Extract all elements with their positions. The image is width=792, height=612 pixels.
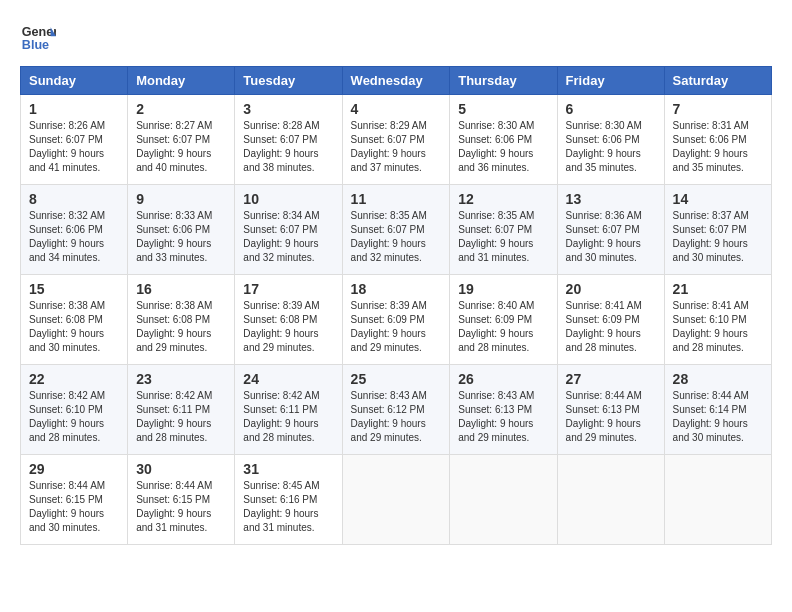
day-number: 27: [566, 371, 656, 387]
calendar-cell: 26 Sunrise: 8:43 AMSunset: 6:13 PMDaylig…: [450, 365, 557, 455]
day-info: Sunrise: 8:27 AMSunset: 6:07 PMDaylight:…: [136, 120, 212, 173]
day-info: Sunrise: 8:39 AMSunset: 6:08 PMDaylight:…: [243, 300, 319, 353]
day-number: 4: [351, 101, 442, 117]
day-number: 1: [29, 101, 119, 117]
day-info: Sunrise: 8:29 AMSunset: 6:07 PMDaylight:…: [351, 120, 427, 173]
day-number: 23: [136, 371, 226, 387]
logo: General Blue: [20, 20, 56, 56]
calendar-cell: 29 Sunrise: 8:44 AMSunset: 6:15 PMDaylig…: [21, 455, 128, 545]
column-header-monday: Monday: [128, 67, 235, 95]
calendar-cell: 1 Sunrise: 8:26 AMSunset: 6:07 PMDayligh…: [21, 95, 128, 185]
column-header-sunday: Sunday: [21, 67, 128, 95]
calendar-cell: [664, 455, 771, 545]
column-header-wednesday: Wednesday: [342, 67, 450, 95]
day-info: Sunrise: 8:45 AMSunset: 6:16 PMDaylight:…: [243, 480, 319, 533]
day-info: Sunrise: 8:44 AMSunset: 6:14 PMDaylight:…: [673, 390, 749, 443]
calendar-cell: 10 Sunrise: 8:34 AMSunset: 6:07 PMDaylig…: [235, 185, 342, 275]
calendar-week-2: 8 Sunrise: 8:32 AMSunset: 6:06 PMDayligh…: [21, 185, 772, 275]
day-info: Sunrise: 8:39 AMSunset: 6:09 PMDaylight:…: [351, 300, 427, 353]
day-number: 16: [136, 281, 226, 297]
calendar-cell: 5 Sunrise: 8:30 AMSunset: 6:06 PMDayligh…: [450, 95, 557, 185]
calendar-cell: 11 Sunrise: 8:35 AMSunset: 6:07 PMDaylig…: [342, 185, 450, 275]
day-info: Sunrise: 8:42 AMSunset: 6:11 PMDaylight:…: [243, 390, 319, 443]
day-number: 8: [29, 191, 119, 207]
day-number: 13: [566, 191, 656, 207]
day-info: Sunrise: 8:30 AMSunset: 6:06 PMDaylight:…: [566, 120, 642, 173]
calendar-cell: 23 Sunrise: 8:42 AMSunset: 6:11 PMDaylig…: [128, 365, 235, 455]
day-number: 28: [673, 371, 763, 387]
column-header-tuesday: Tuesday: [235, 67, 342, 95]
day-number: 5: [458, 101, 548, 117]
day-number: 21: [673, 281, 763, 297]
day-number: 17: [243, 281, 333, 297]
calendar-cell: 6 Sunrise: 8:30 AMSunset: 6:06 PMDayligh…: [557, 95, 664, 185]
day-info: Sunrise: 8:35 AMSunset: 6:07 PMDaylight:…: [351, 210, 427, 263]
day-info: Sunrise: 8:31 AMSunset: 6:06 PMDaylight:…: [673, 120, 749, 173]
day-info: Sunrise: 8:35 AMSunset: 6:07 PMDaylight:…: [458, 210, 534, 263]
calendar-cell: 3 Sunrise: 8:28 AMSunset: 6:07 PMDayligh…: [235, 95, 342, 185]
calendar-cell: 22 Sunrise: 8:42 AMSunset: 6:10 PMDaylig…: [21, 365, 128, 455]
calendar-cell: 7 Sunrise: 8:31 AMSunset: 6:06 PMDayligh…: [664, 95, 771, 185]
calendar-cell: 20 Sunrise: 8:41 AMSunset: 6:09 PMDaylig…: [557, 275, 664, 365]
logo-icon: General Blue: [20, 20, 56, 56]
calendar-cell: 19 Sunrise: 8:40 AMSunset: 6:09 PMDaylig…: [450, 275, 557, 365]
calendar-cell: 4 Sunrise: 8:29 AMSunset: 6:07 PMDayligh…: [342, 95, 450, 185]
calendar-cell: 2 Sunrise: 8:27 AMSunset: 6:07 PMDayligh…: [128, 95, 235, 185]
day-number: 30: [136, 461, 226, 477]
day-info: Sunrise: 8:44 AMSunset: 6:15 PMDaylight:…: [29, 480, 105, 533]
day-info: Sunrise: 8:42 AMSunset: 6:10 PMDaylight:…: [29, 390, 105, 443]
day-number: 22: [29, 371, 119, 387]
day-number: 15: [29, 281, 119, 297]
day-number: 6: [566, 101, 656, 117]
day-info: Sunrise: 8:30 AMSunset: 6:06 PMDaylight:…: [458, 120, 534, 173]
calendar-cell: 28 Sunrise: 8:44 AMSunset: 6:14 PMDaylig…: [664, 365, 771, 455]
day-number: 10: [243, 191, 333, 207]
calendar-cell: 25 Sunrise: 8:43 AMSunset: 6:12 PMDaylig…: [342, 365, 450, 455]
page-header: General Blue: [20, 20, 772, 56]
calendar-cell: 15 Sunrise: 8:38 AMSunset: 6:08 PMDaylig…: [21, 275, 128, 365]
day-info: Sunrise: 8:43 AMSunset: 6:13 PMDaylight:…: [458, 390, 534, 443]
day-number: 3: [243, 101, 333, 117]
column-header-saturday: Saturday: [664, 67, 771, 95]
day-info: Sunrise: 8:37 AMSunset: 6:07 PMDaylight:…: [673, 210, 749, 263]
calendar-cell: [557, 455, 664, 545]
day-number: 31: [243, 461, 333, 477]
calendar-week-4: 22 Sunrise: 8:42 AMSunset: 6:10 PMDaylig…: [21, 365, 772, 455]
calendar-cell: 24 Sunrise: 8:42 AMSunset: 6:11 PMDaylig…: [235, 365, 342, 455]
calendar-week-1: 1 Sunrise: 8:26 AMSunset: 6:07 PMDayligh…: [21, 95, 772, 185]
day-number: 18: [351, 281, 442, 297]
calendar-cell: 12 Sunrise: 8:35 AMSunset: 6:07 PMDaylig…: [450, 185, 557, 275]
day-number: 2: [136, 101, 226, 117]
day-info: Sunrise: 8:42 AMSunset: 6:11 PMDaylight:…: [136, 390, 212, 443]
day-number: 12: [458, 191, 548, 207]
day-info: Sunrise: 8:41 AMSunset: 6:09 PMDaylight:…: [566, 300, 642, 353]
day-info: Sunrise: 8:36 AMSunset: 6:07 PMDaylight:…: [566, 210, 642, 263]
calendar-cell: [342, 455, 450, 545]
day-number: 20: [566, 281, 656, 297]
day-number: 29: [29, 461, 119, 477]
day-number: 24: [243, 371, 333, 387]
calendar-header-row: SundayMondayTuesdayWednesdayThursdayFrid…: [21, 67, 772, 95]
calendar-cell: 8 Sunrise: 8:32 AMSunset: 6:06 PMDayligh…: [21, 185, 128, 275]
calendar-cell: 31 Sunrise: 8:45 AMSunset: 6:16 PMDaylig…: [235, 455, 342, 545]
calendar-cell: 27 Sunrise: 8:44 AMSunset: 6:13 PMDaylig…: [557, 365, 664, 455]
day-number: 26: [458, 371, 548, 387]
day-number: 11: [351, 191, 442, 207]
day-info: Sunrise: 8:43 AMSunset: 6:12 PMDaylight:…: [351, 390, 427, 443]
day-number: 14: [673, 191, 763, 207]
calendar-cell: 30 Sunrise: 8:44 AMSunset: 6:15 PMDaylig…: [128, 455, 235, 545]
day-info: Sunrise: 8:38 AMSunset: 6:08 PMDaylight:…: [136, 300, 212, 353]
day-info: Sunrise: 8:28 AMSunset: 6:07 PMDaylight:…: [243, 120, 319, 173]
day-info: Sunrise: 8:34 AMSunset: 6:07 PMDaylight:…: [243, 210, 319, 263]
calendar-cell: 16 Sunrise: 8:38 AMSunset: 6:08 PMDaylig…: [128, 275, 235, 365]
calendar-week-5: 29 Sunrise: 8:44 AMSunset: 6:15 PMDaylig…: [21, 455, 772, 545]
day-info: Sunrise: 8:26 AMSunset: 6:07 PMDaylight:…: [29, 120, 105, 173]
svg-text:Blue: Blue: [22, 38, 49, 52]
calendar-cell: 13 Sunrise: 8:36 AMSunset: 6:07 PMDaylig…: [557, 185, 664, 275]
day-info: Sunrise: 8:41 AMSunset: 6:10 PMDaylight:…: [673, 300, 749, 353]
calendar-cell: 21 Sunrise: 8:41 AMSunset: 6:10 PMDaylig…: [664, 275, 771, 365]
column-header-friday: Friday: [557, 67, 664, 95]
calendar-table: SundayMondayTuesdayWednesdayThursdayFrid…: [20, 66, 772, 545]
column-header-thursday: Thursday: [450, 67, 557, 95]
day-info: Sunrise: 8:38 AMSunset: 6:08 PMDaylight:…: [29, 300, 105, 353]
